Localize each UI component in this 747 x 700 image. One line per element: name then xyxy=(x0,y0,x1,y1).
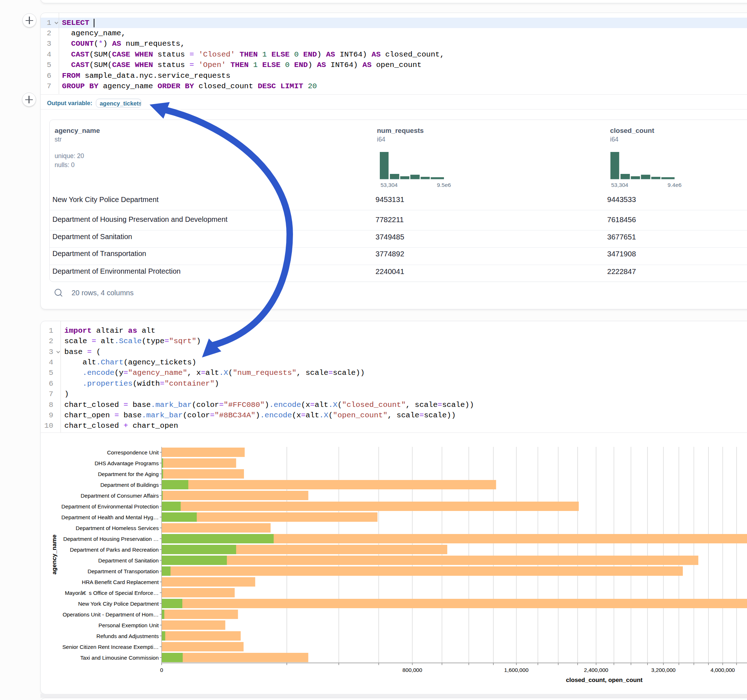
svg-text:3,200,000: 3,200,000 xyxy=(651,667,676,673)
svg-text:Department of Transportation: Department of Transportation xyxy=(88,568,159,574)
svg-text:agency_name: agency_name xyxy=(51,534,57,574)
svg-text:Department of Health and Menta: Department of Health and Mental Hyg… xyxy=(61,514,159,520)
svg-text:DHS Advantage Programs: DHS Advantage Programs xyxy=(94,460,159,466)
svg-text:Department of Consumer Affairs: Department of Consumer Affairs xyxy=(81,493,159,499)
svg-text:Department of Parks and Recrea: Department of Parks and Recreation xyxy=(70,547,159,553)
svg-text:2,400,000: 2,400,000 xyxy=(584,667,609,673)
svg-text:Senior Citizen Rent Increase E: Senior Citizen Rent Increase Exempti… xyxy=(62,644,159,650)
svg-text:Department of Sanitation: Department of Sanitation xyxy=(98,557,159,564)
svg-text:1,600,000: 1,600,000 xyxy=(504,667,529,673)
svg-text:HRA Benefit Card Replacement: HRA Benefit Card Replacement xyxy=(82,579,159,585)
svg-text:Mayorâ€ s Office of Special En: Mayorâ€ s Office of Special Enforce… xyxy=(65,590,159,596)
svg-text:Department of Housing Preserva: Department of Housing Preservation … xyxy=(63,536,159,542)
svg-text:Department of Buildings: Department of Buildings xyxy=(100,482,159,488)
svg-text:4,000,000: 4,000,000 xyxy=(711,667,735,673)
svg-text:Operations Unit - Department o: Operations Unit - Department of Hom… xyxy=(63,611,159,617)
svg-text:0: 0 xyxy=(160,667,163,673)
svg-text:Personal Exemption Unit: Personal Exemption Unit xyxy=(98,622,159,628)
svg-text:53,304: 53,304 xyxy=(611,182,628,188)
svg-text:Department of Homeless Service: Department of Homeless Services xyxy=(76,525,159,531)
svg-text:New York City Police Departmen: New York City Police Department xyxy=(78,600,159,607)
svg-text:Department of Environmental Pr: Department of Environmental Protection xyxy=(61,503,159,510)
svg-text:9.5e6: 9.5e6 xyxy=(437,182,451,188)
svg-text:Correspondence Unit: Correspondence Unit xyxy=(107,450,159,456)
svg-text:Department for the Aging: Department for the Aging xyxy=(98,471,159,477)
svg-text:800,000: 800,000 xyxy=(402,667,422,673)
svg-text:53,304: 53,304 xyxy=(381,182,398,188)
svg-text:9.4e6: 9.4e6 xyxy=(667,182,681,188)
svg-text:Refunds and Adjustments: Refunds and Adjustments xyxy=(96,633,159,639)
svg-text:Taxi and Limousine Commission: Taxi and Limousine Commission xyxy=(80,655,159,661)
svg-text:closed_count, open_count: closed_count, open_count xyxy=(566,677,643,683)
